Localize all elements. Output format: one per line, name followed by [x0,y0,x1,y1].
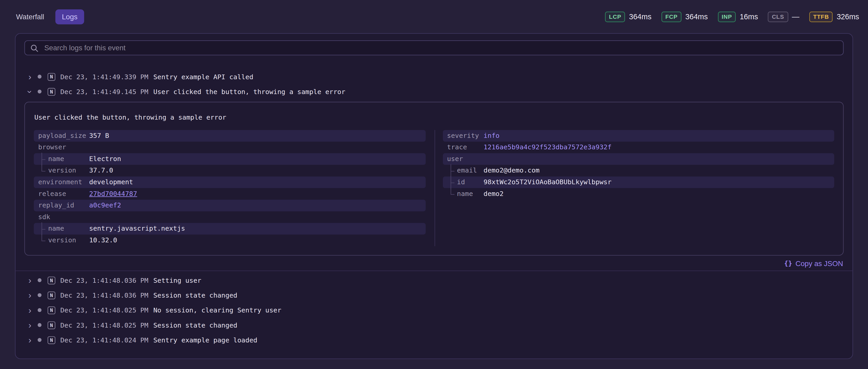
chevron-right-icon[interactable]: › [26,336,34,344]
table-row: severity info [443,130,834,142]
vital-ttfb: TTFB 326ms [809,11,859,22]
nextjs-icon: N [48,88,56,95]
chevron-right-icon[interactable]: › [26,291,34,300]
vital-ttfb-value: 326ms [837,12,859,21]
kv-key: payload_size [38,130,89,142]
kv-value: 357 B [89,130,109,142]
log-message: Sentry example page loaded [153,336,257,344]
table-row-group: browser [34,142,426,153]
nextjs-icon: N [48,321,56,329]
table-row: name sentry.javascript.nextjs [34,223,426,235]
vital-inp-value: 16ms [740,12,758,21]
tree-connector [41,165,48,177]
attributes-table: payload_size 357 B browser name Electron [34,130,834,246]
copy-as-json-button[interactable]: {} Copy as JSON [784,259,843,268]
kv-value: 98xtWc2o5T2ViOAoBaOBUbLkywlbpwsr [484,177,612,188]
web-vitals: LCP 364ms FCP 364ms INP 16ms CLS — TTFB … [605,11,859,22]
log-message: User clicked the button, throwing a samp… [153,88,345,95]
kv-value: Electron [89,153,121,165]
copy-as-json-label: Copy as JSON [796,259,843,268]
log-timestamp: Dec 23, 1:41:48.025 PM [60,321,153,329]
log-detail-title: User clicked the button, throwing a samp… [34,113,834,121]
kv-key: environment [38,177,89,188]
chevron-right-icon[interactable]: › [26,320,34,329]
kv-key: name [48,153,89,165]
log-row[interactable]: › N Dec 23, 1:41:48.036 PM Setting user [24,273,843,288]
search-icon [31,44,38,52]
tree-connector [41,153,48,165]
log-row[interactable]: › N Dec 23, 1:41:49.339 PM Sentry exampl… [24,69,843,84]
kv-key: name [457,188,484,200]
log-level-dot [37,90,41,94]
tree-connector [41,223,48,235]
replay-id-link[interactable]: a0c9eef2 [89,199,121,211]
logs-panel: › N Dec 23, 1:41:49.339 PM Sentry exampl… [15,33,853,359]
log-level-dot [37,323,41,327]
vital-fcp-badge: FCP [661,11,682,22]
chevron-right-icon[interactable]: › [26,306,34,314]
trace-link[interactable]: 1216ae5b9a4c92f523dba7572e3a932f [484,142,612,153]
vital-lcp-value: 364ms [629,12,651,21]
release-link[interactable]: 27bd70044787 [89,188,137,200]
nextjs-icon: N [48,306,56,314]
log-row[interactable]: › N Dec 23, 1:41:48.024 PM Sentry exampl… [24,333,843,347]
chevron-right-icon[interactable]: › [26,72,34,81]
log-row[interactable]: › N Dec 23, 1:41:48.036 PM Session state… [24,288,843,303]
chevron-right-icon[interactable]: › [26,276,34,284]
view-tabs: Waterfall Logs [9,9,84,24]
tree-connector [41,235,48,246]
nextjs-icon: N [48,336,56,344]
kv-key: version [48,165,89,177]
kv-key: id [457,177,484,188]
kv-value: demo2 [484,188,504,200]
log-list-top: › N Dec 23, 1:41:49.339 PM Sentry exampl… [24,69,843,99]
vital-lcp-badge: LCP [605,11,625,22]
log-message: Session state changed [153,321,237,329]
log-message: Setting user [153,276,201,284]
vital-inp: INP 16ms [718,11,758,22]
table-row: email demo2@demo.com [443,165,834,177]
braces-icon: {} [784,259,792,267]
log-message: No session, clearing Sentry user [153,306,281,314]
kv-key: name [48,223,89,235]
vital-cls-badge: CLS [768,11,788,22]
top-bar: Waterfall Logs LCP 364ms FCP 364ms INP 1… [0,0,868,33]
log-level-dot [37,293,41,297]
search-input[interactable] [43,43,838,53]
kv-value: sentry.javascript.nextjs [89,223,185,235]
nextjs-icon: N [48,73,56,81]
section-divider [16,271,852,271]
table-row: replay_id a0c9eef2 [34,199,426,211]
kv-value: info [484,130,499,142]
nextjs-icon: N [48,291,56,299]
table-row: id 98xtWc2o5T2ViOAoBaOBUbLkywlbpwsr [443,177,834,188]
log-level-dot [37,308,41,312]
log-message: Sentry example API called [153,73,253,81]
log-level-dot [37,75,41,79]
log-row-expanded[interactable]: › N Dec 23, 1:41:49.145 PM User clicked … [24,84,843,99]
table-row: name demo2 [443,188,834,200]
log-row[interactable]: › N Dec 23, 1:41:48.025 PM No session, c… [24,303,843,317]
log-timestamp: Dec 23, 1:41:48.036 PM [60,291,153,299]
tree-connector [451,165,457,177]
log-timestamp: Dec 23, 1:41:48.024 PM [60,336,153,344]
vital-inp-badge: INP [718,11,736,22]
log-row[interactable]: › N Dec 23, 1:41:48.025 PM Session state… [24,318,843,333]
log-timestamp: Dec 23, 1:41:49.145 PM [60,88,153,95]
kv-key: release [38,188,89,200]
kv-value: 37.7.0 [89,165,113,177]
tab-waterfall[interactable]: Waterfall [9,9,51,24]
detail-footer: {} Copy as JSON [24,257,843,270]
vital-fcp: FCP 364ms [661,11,708,22]
attributes-column-right: severity info trace 1216ae5b9a4c92f523db… [434,130,834,246]
tree-connector [451,188,457,200]
log-list-bottom: › N Dec 23, 1:41:48.036 PM Setting user … [24,273,843,354]
kv-key: user [447,153,484,165]
chevron-down-icon[interactable]: › [26,87,34,96]
tab-logs[interactable]: Logs [55,9,84,24]
kv-value: development [89,177,133,188]
tree-connector [451,177,457,188]
log-level-dot [37,278,41,282]
vital-fcp-value: 364ms [685,12,708,21]
nextjs-icon: N [48,276,56,284]
